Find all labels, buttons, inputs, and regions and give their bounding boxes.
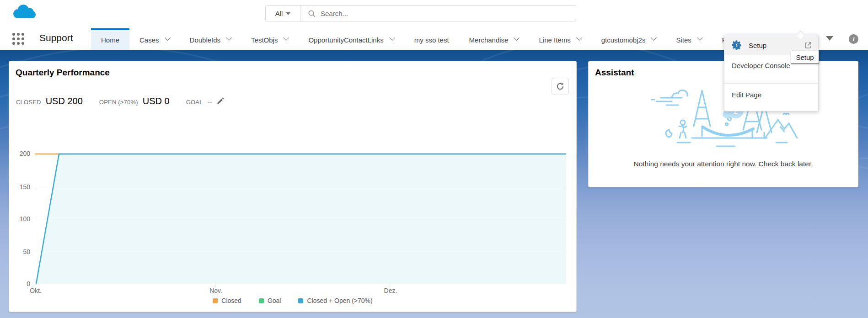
metric-closed: CLOSED USD 200 [16, 96, 83, 106]
refresh-button[interactable] [552, 78, 569, 95]
edit-goal-pencil-icon[interactable] [216, 97, 224, 105]
assistant-title: Assistant [595, 68, 634, 78]
tab-my-sso-test[interactable]: my sso test [404, 28, 459, 50]
tab-testobjs[interactable]: TestObjs [241, 28, 298, 50]
app-name: Support [39, 32, 73, 43]
chart-plot-area[interactable] [35, 153, 566, 286]
chevron-down-icon[interactable] [165, 35, 171, 41]
tab-line-items[interactable]: Line Items [529, 28, 591, 50]
search-scope-label: All [275, 10, 283, 17]
search-scope-dropdown[interactable]: All [266, 6, 300, 21]
global-header: All ★ + [0, 0, 868, 28]
closed-open-swatch-icon [298, 298, 303, 303]
scope-caret-icon [286, 12, 290, 15]
card-title: Quarterly Performance [16, 68, 110, 78]
closed-swatch-icon [213, 298, 218, 303]
chevron-down-icon[interactable] [284, 35, 289, 41]
chevron-down-icon[interactable] [651, 35, 657, 41]
assistant-empty-message: Nothing needs your attention right now. … [589, 160, 858, 168]
y-tick-150: 150 [9, 183, 30, 191]
tab-sites[interactable]: Sites [666, 28, 712, 50]
setup-gear-blue-icon [731, 39, 743, 51]
menu-item-edit-page[interactable]: Edit Page [724, 84, 818, 106]
goal-swatch-icon [259, 298, 264, 303]
x-label-nov: Nov. [200, 287, 232, 294]
setup-tooltip: Setup [791, 51, 819, 64]
external-link-icon [804, 41, 813, 50]
y-tick-50: 50 [9, 248, 30, 255]
setup-dropdown-menu: Setup Developer Console Edit Page [724, 35, 819, 111]
tabs-overflow-chevron[interactable] [826, 36, 833, 41]
metric-goal: GOAL -- [186, 96, 225, 106]
tab-cases[interactable]: Cases [129, 28, 180, 50]
app-launcher-icon[interactable] [12, 33, 28, 46]
salesforce-logo[interactable] [11, 3, 36, 21]
metric-open: OPEN (>70%) USD 0 [99, 96, 170, 106]
tab-opportunitycontactlinks[interactable]: OpportunityContactLinks [298, 28, 404, 50]
legend-closed[interactable]: Closed [213, 297, 241, 304]
performance-metrics: CLOSED USD 200 OPEN (>70%) USD 0 GOAL -- [16, 96, 241, 106]
chevron-down-icon[interactable] [576, 35, 582, 41]
x-label-okt: Okt. [20, 287, 52, 294]
info-icon[interactable]: i [849, 34, 858, 44]
tab-home[interactable]: Home [91, 28, 129, 50]
y-tick-100: 100 [9, 215, 30, 223]
search-input[interactable] [321, 10, 576, 17]
tab-doubleids[interactable]: DoubleIds [180, 28, 241, 50]
chevron-down-icon[interactable] [389, 35, 395, 41]
closed-open-area-fill [36, 154, 566, 284]
refresh-icon [556, 82, 565, 91]
y-tick-200: 200 [9, 150, 30, 157]
tab-gtcustomobj2s[interactable]: gtcustomobj2s [591, 28, 666, 50]
x-label-dez: Dez. [375, 287, 407, 294]
tab-merchandise[interactable]: Merchandise [459, 28, 529, 50]
quarterly-performance-card: Quarterly Performance CLOSED USD 200 OPE… [9, 61, 577, 312]
nav-tabs: Home Cases DoubleIds TestObjs Opportunit… [91, 28, 748, 50]
legend-goal[interactable]: Goal [259, 297, 281, 304]
y-tick-0: 0 [9, 280, 30, 287]
global-search: All [265, 5, 576, 21]
search-icon [308, 10, 316, 18]
legend-closed-open[interactable]: Closed + Open (>70%) [298, 297, 372, 304]
chevron-down-icon[interactable] [226, 35, 232, 41]
chart-legend: Closed Goal Closed + Open (>70%) [9, 297, 576, 304]
chevron-down-icon[interactable] [697, 35, 703, 41]
chevron-down-icon[interactable] [514, 35, 520, 41]
